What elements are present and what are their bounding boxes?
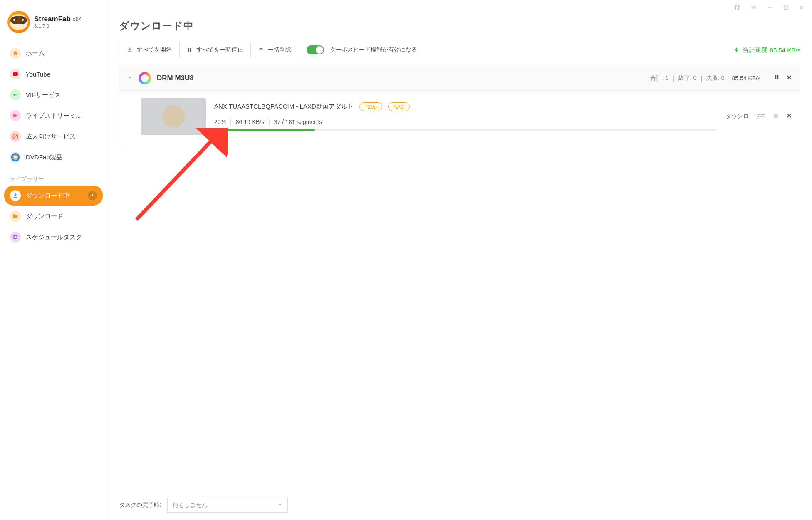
app-version: 6.1.7.3: [34, 23, 82, 29]
svg-point-1: [13, 94, 15, 96]
task-thumbnail: [141, 98, 206, 135]
sidebar-item-label: スケジュールタスク: [26, 233, 97, 241]
total-speed: 合計速度 85.54 KB/s: [733, 46, 800, 54]
key-icon: [10, 89, 21, 100]
group-name: DRM M3U8: [157, 74, 194, 82]
svg-rect-3: [17, 94, 17, 96]
sidebar: StreamFab x64 6.1.7.3 ホーム YouTube VIPサービ…: [0, 0, 107, 520]
total-speed-value: 85.54 KB/s: [770, 47, 800, 54]
bolt-icon: [733, 46, 740, 54]
svg-rect-21: [190, 48, 191, 52]
nav-primary: ホーム YouTube VIPサービス ライブストリーミ... 成人向けサービス…: [0, 43, 107, 168]
group-pause-button[interactable]: [774, 74, 780, 82]
svg-rect-20: [188, 48, 189, 52]
tshirt-icon[interactable]: [732, 2, 742, 14]
resolution-badge: 720p: [359, 102, 382, 111]
download-active-icon: [10, 190, 21, 201]
window-titlebar: [107, 0, 812, 14]
app-logo-icon: [7, 11, 30, 33]
svg-rect-23: [777, 75, 779, 79]
delete-all-button[interactable]: 一括削除: [251, 42, 299, 58]
folder-icon: [10, 211, 21, 222]
download-task: ANXITUAASTCLBQPACCIM - LAXD動画アダルト 720p A…: [119, 91, 800, 144]
sidebar-item-livestream[interactable]: ライブストリーミ...: [4, 106, 103, 126]
footer-label: タスクの完了時:: [119, 501, 161, 509]
svg-rect-4: [13, 114, 16, 117]
app-logo-row: StreamFab x64 6.1.7.3: [0, 7, 107, 43]
sidebar-item-label: ダウンロード中: [26, 192, 83, 200]
sidebar-item-youtube[interactable]: YouTube: [4, 64, 103, 84]
button-label: すべてを開始: [137, 46, 172, 54]
maximize-button[interactable]: [781, 3, 790, 14]
group-logo-icon: [139, 72, 151, 84]
pause-all-button[interactable]: すべてを一時停止: [180, 42, 251, 58]
schedule-icon: [10, 232, 21, 243]
task-speed: 86.19 KB/s: [236, 119, 265, 125]
sidebar-item-label: DVDFab製品: [26, 154, 97, 161]
svg-line-30: [136, 136, 215, 220]
sidebar-item-label: VIPサービス: [26, 91, 97, 99]
youtube-icon: [10, 69, 21, 79]
svg-rect-17: [784, 6, 787, 9]
expand-toggle[interactable]: [127, 74, 133, 82]
sidebar-item-label: 成人向けサービス: [26, 133, 97, 141]
sidebar-item-label: ライブストリーミ...: [26, 112, 97, 120]
sidebar-item-downloads[interactable]: ダウンロード: [4, 206, 103, 226]
svg-line-6: [13, 134, 17, 138]
svg-rect-27: [777, 114, 778, 118]
hamburger-menu-icon[interactable]: [749, 2, 759, 14]
camera-icon: [10, 110, 21, 121]
nav-library: ダウンロード中 ダウンロード スケジュールタスク: [0, 186, 107, 248]
button-label: すべてを一時停止: [196, 46, 243, 54]
audio-badge: AAC: [388, 102, 410, 111]
sidebar-item-schedule[interactable]: スケジュールタスク: [4, 227, 103, 247]
sidebar-section-library: ライブラリー: [0, 168, 107, 186]
app-arch: x64: [72, 16, 82, 22]
select-value: 何もしません: [173, 501, 208, 509]
button-label: 一括削除: [268, 46, 291, 54]
start-all-button[interactable]: すべてを開始: [119, 42, 180, 58]
svg-rect-22: [775, 75, 777, 79]
turbo-toggle[interactable]: [307, 45, 324, 54]
turbo-label: ターボスピード機能が有効になる: [330, 46, 417, 54]
no-adult-icon: [10, 131, 21, 142]
page-title: ダウンロード中: [107, 14, 812, 42]
group-close-button[interactable]: [786, 74, 792, 82]
svg-point-9: [14, 156, 17, 158]
minimize-button[interactable]: [765, 3, 775, 14]
sidebar-item-vip[interactable]: VIPサービス: [4, 85, 103, 105]
download-group: DRM M3U8 合計: 1| 終了: 0| 失敗: 0 85.54 KB/s: [119, 66, 800, 144]
task-title: ANXITUAASTCLBQPACCIM - LAXD動画アダルト: [214, 103, 354, 111]
close-button[interactable]: [797, 3, 806, 14]
task-percent: 20%: [214, 119, 226, 125]
main-panel: ダウンロード中 すべてを開始 すべてを一時停止 一括削除 ターボスピード機能が有…: [107, 0, 812, 520]
sidebar-item-dvdfab[interactable]: DVDFab製品: [4, 147, 103, 167]
task-remove-button[interactable]: [786, 112, 792, 121]
svg-rect-26: [775, 114, 776, 118]
task-status: ダウンロード中: [725, 113, 766, 120]
on-complete-select[interactable]: 何もしません: [167, 498, 288, 513]
sidebar-item-label: ダウンロード: [26, 213, 97, 220]
task-progress-bar: [214, 129, 717, 131]
sidebar-item-label: YouTube: [26, 71, 97, 78]
sidebar-item-downloading[interactable]: ダウンロード中: [4, 186, 103, 206]
sidebar-item-label: ホーム: [26, 50, 97, 57]
chevron-down-icon: [277, 503, 282, 508]
toolbar: すべてを開始 すべてを一時停止 一括削除 ターボスピード機能が有効になる 合計速…: [107, 42, 812, 66]
home-icon: [10, 48, 21, 59]
footer: タスクの完了時: 何もしません: [107, 493, 812, 520]
content-area: DRM M3U8 合計: 1| 終了: 0| 失敗: 0 85.54 KB/s: [107, 66, 812, 493]
total-speed-label: 合計速度: [743, 46, 767, 54]
group-stats: 合計: 1| 終了: 0| 失敗: 0 85.54 KB/s: [650, 74, 760, 82]
download-badge-icon: [88, 191, 97, 200]
task-segments: 37 / 181 segments: [274, 119, 322, 125]
sidebar-item-adult[interactable]: 成人向けサービス: [4, 126, 103, 146]
app-name: StreamFab: [34, 15, 71, 23]
task-pause-button[interactable]: [773, 113, 779, 121]
group-speed: 85.54 KB/s: [732, 75, 761, 82]
sidebar-item-home[interactable]: ホーム: [4, 43, 103, 63]
dvdfab-icon: [10, 152, 21, 163]
group-header: DRM M3U8 合計: 1| 終了: 0| 失敗: 0 85.54 KB/s: [119, 66, 800, 91]
